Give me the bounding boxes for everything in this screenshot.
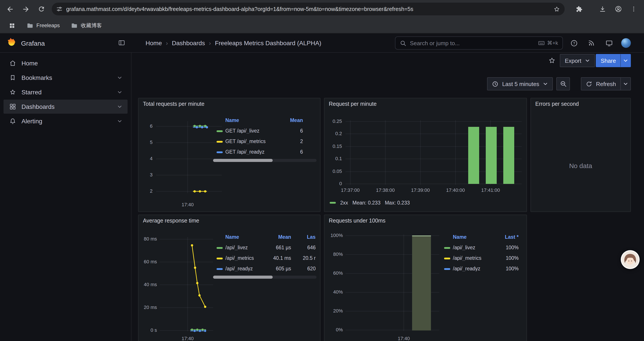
legend-series-name[interactable]: /api/_readyz (225, 266, 260, 271)
search-icon (400, 40, 406, 46)
x-tick: 17:40:00 (443, 187, 468, 193)
breadcrumb-dashboards[interactable]: Dashboards (172, 40, 205, 47)
bookmark-folder-blogs[interactable]: 收藏博客 (68, 20, 106, 31)
panel-title[interactable]: Requests under 100ms (329, 218, 386, 224)
zoom-out-icon[interactable] (556, 77, 570, 90)
forward-icon[interactable] (18, 2, 33, 16)
legend-header-name[interactable]: Name (225, 118, 239, 123)
menu-kebab-icon[interactable] (626, 2, 641, 16)
chevron-right-icon: › (162, 40, 172, 47)
sidebar-item-label: Dashboards (22, 103, 54, 110)
legend-last-value: 100% (492, 245, 518, 250)
assistant-avatar[interactable] (621, 250, 640, 269)
back-icon[interactable] (3, 2, 17, 16)
grafana-topnav: Grafana Home › Dashboards › Freeleaps Me… (0, 33, 644, 53)
breadcrumb-current: Freeleaps Metrics Dashboard (ALPHA) (215, 40, 321, 47)
x-tick: 17:40 (392, 336, 415, 341)
home-icon (9, 60, 16, 67)
site-settings-icon[interactable] (56, 6, 63, 12)
sidebar-item-starred[interactable]: Starred (4, 85, 128, 99)
address-bar[interactable] (52, 3, 565, 15)
scrollbar-thumb[interactable] (213, 276, 273, 279)
extensions-icon[interactable] (572, 2, 586, 16)
legend-header-mean[interactable]: Mean (277, 118, 303, 123)
panel-title[interactable]: Errors per second (535, 101, 579, 107)
legend-header-mean[interactable]: Mean (260, 234, 291, 240)
legend-series-name[interactable]: /api/_metrics (453, 255, 490, 261)
reload-icon[interactable] (34, 2, 49, 16)
legend-series-name[interactable]: GET /api/_metrics (225, 139, 274, 144)
legend-scrollbar[interactable] (213, 276, 316, 279)
series-color-yellow (216, 141, 223, 143)
panel-average-response-time: Average response time 80 ms 60 ms 40 ms … (138, 215, 320, 341)
panel-title[interactable]: Average response time (143, 218, 199, 224)
bookmark-star-icon[interactable] (553, 6, 560, 13)
chevron-down-icon[interactable] (117, 90, 122, 95)
legend-last-value: 100% (492, 255, 518, 261)
chevron-down-icon[interactable] (117, 119, 122, 124)
y-tick: 0.05 (325, 169, 342, 174)
series-color-blue (216, 268, 223, 270)
legend-mean-value: 2 (277, 139, 303, 144)
sidebar-item-alerting[interactable]: Alerting (4, 114, 128, 128)
bookmark-label: 收藏博客 (81, 22, 102, 29)
x-tick: 17:39:00 (408, 187, 433, 193)
downloads-icon[interactable] (595, 2, 610, 16)
y-tick: 4 (140, 156, 152, 161)
refresh-interval-dropdown-icon[interactable] (620, 77, 631, 90)
legend-series-name[interactable]: /api/_livez (453, 245, 490, 250)
grafana-logo[interactable] (6, 38, 16, 50)
y-tick: 80% (325, 251, 343, 257)
news-rss-icon[interactable] (588, 39, 595, 47)
legend-series-name[interactable]: /api/_metrics (225, 255, 260, 261)
legend-mean-value: 40.1 ms (260, 255, 291, 261)
scrollbar-thumb[interactable] (213, 159, 273, 162)
panel-title[interactable]: Request per minute (329, 101, 376, 107)
legend-series-name[interactable]: 2xx (340, 200, 348, 205)
y-tick: 80 ms (140, 236, 157, 241)
export-button[interactable]: Export (560, 54, 595, 67)
chevron-down-icon[interactable] (117, 104, 122, 109)
share-dropdown-icon[interactable] (620, 54, 631, 67)
user-avatar[interactable] (621, 38, 631, 48)
no-data-message: No data (531, 162, 630, 169)
legend-mean-value: 605 µs (260, 266, 291, 271)
sidebar-item-label: Home (22, 60, 38, 67)
sidebar-item-dashboards[interactable]: Dashboards (4, 100, 128, 114)
search-box[interactable]: ⌘+k (395, 37, 563, 50)
time-range-button[interactable]: Last 5 minutes (487, 77, 553, 90)
apps-grid-icon[interactable] (5, 21, 19, 31)
brand-title: Grafana (21, 33, 45, 53)
sidebar-toggle-icon[interactable] (118, 39, 126, 47)
help-icon[interactable]: ? (570, 39, 578, 47)
legend-last-value: 20.5 r (292, 255, 316, 261)
refresh-button[interactable]: Refresh (581, 77, 620, 90)
panel-title[interactable]: Total requests per minute (143, 101, 204, 107)
legend-header-name[interactable]: Name (453, 234, 467, 240)
share-button[interactable]: Share (596, 54, 620, 67)
favorite-star-icon[interactable] (548, 56, 556, 65)
url-input[interactable] (66, 6, 550, 12)
bookmark-folder-freeleaps[interactable]: Freeleaps (23, 21, 63, 31)
dashboard-content: Export Share Last 5 minutes Refresh (132, 53, 644, 341)
series-color-green (330, 202, 336, 204)
legend-series-name[interactable]: /api/_livez (225, 245, 260, 250)
sidebar-item-bookmarks[interactable]: Bookmarks (4, 71, 128, 85)
panel-requests-under-100ms: Requests under 100ms 100% 80% 60% 40% 20… (324, 215, 527, 341)
legend-header-last[interactable]: Las (307, 234, 320, 240)
legend-series-name[interactable]: GET /api/_readyz (225, 149, 274, 154)
legend-series-name[interactable]: /api/_readyz (453, 266, 490, 271)
legend-header-name[interactable]: Name (225, 234, 239, 240)
legend-series-name[interactable]: GET /api/_livez (225, 128, 274, 133)
search-input[interactable] (410, 40, 534, 46)
legend-header-last[interactable]: Last * (492, 234, 518, 240)
profile-icon[interactable] (611, 2, 626, 16)
chevron-down-icon[interactable] (117, 75, 122, 80)
sidebar-item-home[interactable]: Home (4, 56, 128, 70)
legend-mean-value: 661 µs (260, 245, 291, 250)
series-color-green (216, 130, 223, 132)
breadcrumb-home[interactable]: Home (146, 40, 162, 47)
legend-scrollbar[interactable] (213, 159, 316, 162)
tv-kiosk-icon[interactable] (605, 39, 613, 47)
y-tick: 20% (325, 308, 343, 313)
